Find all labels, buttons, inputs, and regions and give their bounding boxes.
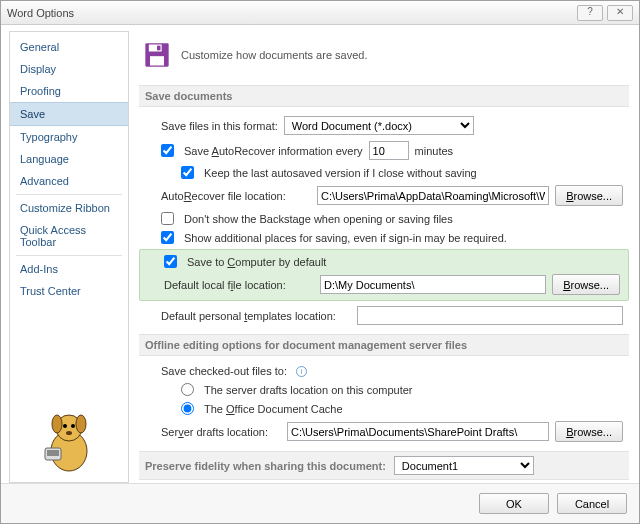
templates-input[interactable] — [357, 306, 623, 325]
radio-server-drafts[interactable] — [181, 383, 194, 396]
server-drafts-input[interactable] — [287, 422, 549, 441]
sidebar-item-addins[interactable]: Add-Ins — [10, 258, 128, 280]
backstage-label: Don't show the Backstage when opening or… — [184, 213, 453, 225]
sidebar-item-proofing[interactable]: Proofing — [10, 80, 128, 102]
keep-last-label: Keep the last autosaved version if I clo… — [204, 167, 477, 179]
radio-office-cache[interactable] — [181, 402, 194, 415]
content-panel: Customize how documents are saved. Save … — [137, 31, 631, 483]
svg-point-6 — [66, 431, 72, 435]
save-icon — [143, 41, 171, 69]
browse-ar-button[interactable]: Browse... — [555, 185, 623, 206]
save-computer-label: Save to Computer by default — [187, 256, 326, 268]
keep-last-checkbox[interactable] — [181, 166, 194, 179]
save-computer-checkbox[interactable] — [164, 255, 177, 268]
svg-rect-11 — [150, 56, 164, 65]
format-label: Save files in this format: — [161, 120, 278, 132]
svg-rect-12 — [157, 46, 161, 51]
sidebar-item-typography[interactable]: Typography — [10, 126, 128, 148]
page-header: Customize how documents are saved. — [139, 35, 629, 79]
svg-point-3 — [76, 415, 86, 433]
sidebar-item-general[interactable]: General — [10, 36, 128, 58]
svg-point-2 — [52, 415, 62, 433]
cancel-button[interactable]: Cancel — [557, 493, 627, 514]
browse-server-button[interactable]: Browse... — [555, 421, 623, 442]
autorecover-minutes[interactable] — [369, 141, 409, 160]
autorecover-checkbox[interactable] — [161, 144, 174, 157]
dialog-footer: OK Cancel — [1, 483, 639, 523]
local-location-input[interactable] — [320, 275, 546, 294]
additional-places-checkbox[interactable] — [161, 231, 174, 244]
close-button[interactable]: ✕ — [607, 5, 633, 21]
sidebar-item-language[interactable]: Language — [10, 148, 128, 170]
checked-out-label: Save checked-out files to: — [161, 365, 287, 377]
local-location-label: Default local file location: — [164, 279, 314, 291]
page-header-text: Customize how documents are saved. — [181, 49, 367, 61]
mascot-image — [10, 400, 128, 482]
preserve-label: Preserve fidelity when sharing this docu… — [145, 460, 386, 472]
highlighted-section: Save to Computer by default Default loca… — [139, 249, 629, 301]
radio-server-label: The server drafts location on this compu… — [204, 384, 412, 396]
minutes-label: minutes — [415, 145, 454, 157]
help-button[interactable]: ? — [577, 5, 603, 21]
format-select[interactable]: Word Document (*.docx) — [284, 116, 474, 135]
ar-location-input[interactable] — [317, 186, 549, 205]
sidebar-item-trust-center[interactable]: Trust Center — [10, 280, 128, 302]
group-offline: Offline editing options for document man… — [139, 334, 629, 356]
templates-label: Default personal templates location: — [161, 310, 351, 322]
preserve-doc-select[interactable]: Document1 — [394, 456, 534, 475]
backstage-checkbox[interactable] — [161, 212, 174, 225]
sidebar-item-customize-ribbon[interactable]: Customize Ribbon — [10, 197, 128, 219]
svg-point-4 — [63, 424, 67, 428]
titlebar: Word Options ? ✕ — [1, 1, 639, 25]
category-sidebar: General Display Proofing Save Typography… — [9, 31, 129, 483]
server-drafts-label: Server drafts location: — [161, 426, 281, 438]
svg-rect-8 — [47, 450, 59, 456]
group-save-documents: Save documents — [139, 85, 629, 107]
ar-location-label: AutoRecover file location: — [161, 190, 311, 202]
autorecover-label: Save AutoRecover information every — [184, 145, 363, 157]
browse-local-button[interactable]: Browse... — [552, 274, 620, 295]
additional-places-label: Show additional places for saving, even … — [184, 232, 507, 244]
radio-cache-label: The Office Document Cache — [204, 403, 343, 415]
word-options-dialog: Word Options ? ✕ General Display Proofin… — [0, 0, 640, 524]
sidebar-item-advanced[interactable]: Advanced — [10, 170, 128, 192]
sidebar-item-qat[interactable]: Quick Access Toolbar — [10, 219, 128, 253]
svg-point-5 — [71, 424, 75, 428]
group-preserve: Preserve fidelity when sharing this docu… — [139, 451, 629, 480]
sidebar-item-display[interactable]: Display — [10, 58, 128, 80]
sidebar-item-save[interactable]: Save — [10, 102, 128, 126]
info-icon: i — [296, 366, 307, 377]
window-title: Word Options — [7, 7, 573, 19]
ok-button[interactable]: OK — [479, 493, 549, 514]
